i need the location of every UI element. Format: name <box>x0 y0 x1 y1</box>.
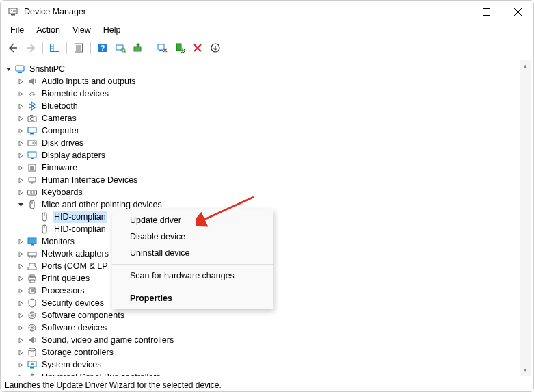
caret-right-icon[interactable] <box>16 151 25 160</box>
enable-device-button[interactable] <box>172 40 188 55</box>
mouse-icon <box>39 224 50 235</box>
menu-view[interactable]: View <box>67 24 96 36</box>
disable-device-button[interactable] <box>154 40 170 55</box>
context-menu-item[interactable]: Update driver <box>112 212 273 228</box>
tree-item-label: Monitors <box>40 235 76 248</box>
svg-rect-8 <box>51 44 59 51</box>
forward-button[interactable] <box>23 40 39 55</box>
port-icon <box>27 261 38 272</box>
tree-item[interactable]: Universal Serial Bus controllers <box>3 371 531 376</box>
mouse-icon <box>27 199 38 210</box>
keyboard-icon <box>27 187 38 198</box>
vertical-scrollbar[interactable]: ▴ ▾ <box>520 60 531 376</box>
window-title: Device Manager <box>24 7 439 16</box>
svg-rect-33 <box>28 127 36 133</box>
tree-item[interactable]: Computer <box>3 125 531 137</box>
computer-icon <box>14 64 25 75</box>
tree-item[interactable]: Storage controllers <box>3 346 531 358</box>
minimize-button[interactable] <box>439 1 470 23</box>
svg-line-76 <box>30 376 32 376</box>
tree-item-label: Cameras <box>40 112 78 125</box>
scroll-up-icon[interactable]: ▴ <box>520 60 531 71</box>
menu-file[interactable]: File <box>5 24 29 36</box>
back-button[interactable] <box>5 40 21 55</box>
tree-item[interactable]: Firmware <box>3 161 531 174</box>
caret-right-icon[interactable] <box>16 138 25 148</box>
help-button[interactable]: ? <box>94 40 111 55</box>
show-hide-tree-button[interactable] <box>46 40 63 55</box>
tree-item[interactable]: Software components <box>3 309 531 322</box>
storage-icon <box>27 347 38 358</box>
context-menu-item[interactable]: Scan for hardware changes <box>112 267 273 284</box>
tree-item[interactable]: Biometric devices <box>3 88 531 100</box>
tree-item-label: Computer <box>40 125 81 137</box>
caret-right-icon[interactable] <box>16 286 25 296</box>
tree-item[interactable]: Software devices <box>3 322 531 334</box>
context-menu-item[interactable]: Disable device <box>112 228 273 245</box>
tree-item[interactable]: Bluetooth <box>3 100 531 112</box>
tree-item[interactable]: Display adapters <box>3 149 531 161</box>
caret-right-icon[interactable] <box>16 126 25 135</box>
tree-item[interactable]: Sound, video and game controllers <box>3 334 531 346</box>
caret-right-icon[interactable] <box>16 249 25 259</box>
status-text: Launches the Update Driver Wizard for th… <box>5 380 222 390</box>
network-icon <box>27 248 38 259</box>
tree-item-label: Keyboards <box>40 186 84 198</box>
caret-right-icon[interactable] <box>16 298 25 308</box>
caret-down-icon[interactable] <box>3 64 13 74</box>
caret-right-icon[interactable] <box>16 175 25 185</box>
caret-right-icon[interactable] <box>16 274 25 283</box>
cpu-icon <box>27 285 38 296</box>
svg-rect-18 <box>116 45 123 50</box>
device-manager-icon <box>8 6 18 17</box>
caret-right-icon[interactable] <box>16 101 25 111</box>
svg-rect-3 <box>13 10 16 12</box>
close-button[interactable] <box>502 1 533 23</box>
caret-right-icon[interactable] <box>16 335 25 345</box>
caret-right-icon[interactable] <box>16 187 25 197</box>
tree-item[interactable]: Disk drives <box>3 137 531 149</box>
caret-right-icon[interactable] <box>16 323 25 332</box>
software-icon <box>27 310 38 321</box>
context-menu-item[interactable]: Properties <box>112 290 273 306</box>
caret-down-icon[interactable] <box>16 200 25 209</box>
tree-root[interactable]: SrishtiPC <box>3 63 531 75</box>
caret-right-icon[interactable] <box>16 261 25 271</box>
caret-right-icon[interactable] <box>16 163 25 172</box>
uninstall-device-button[interactable] <box>189 40 206 55</box>
scan-hardware-button[interactable] <box>112 40 129 55</box>
tree-item-label: Disk drives <box>40 137 85 149</box>
maximize-button[interactable] <box>470 1 502 23</box>
tree-item-label: Network adapters <box>40 248 110 260</box>
caret-right-icon[interactable] <box>16 372 25 376</box>
menu-help[interactable]: Help <box>98 24 126 36</box>
tree-item[interactable]: Audio inputs and outputs <box>3 75 531 88</box>
svg-rect-23 <box>158 44 164 49</box>
tree-item[interactable]: Human Interface Devices <box>3 174 531 186</box>
remove-device-button[interactable] <box>207 40 224 55</box>
printer-icon <box>27 273 38 284</box>
menu-action[interactable]: Action <box>31 24 66 36</box>
svg-point-70 <box>29 348 36 351</box>
caret-right-icon[interactable] <box>16 237 25 246</box>
firmware-icon <box>27 162 38 173</box>
context-menu-item[interactable]: Uninstall device <box>112 245 273 261</box>
hid-icon <box>27 174 38 185</box>
caret-right-icon[interactable] <box>16 77 25 86</box>
scroll-down-icon[interactable]: ▾ <box>520 365 531 376</box>
svg-rect-39 <box>31 158 34 159</box>
tree-item[interactable]: Keyboards <box>3 186 531 198</box>
software-icon <box>27 322 38 333</box>
caret-right-icon[interactable] <box>16 89 25 99</box>
caret-right-icon[interactable] <box>16 360 25 369</box>
update-driver-button[interactable] <box>130 40 146 55</box>
tree-item[interactable]: Cameras <box>3 112 531 125</box>
tree-item[interactable]: System devices <box>3 358 531 371</box>
caret-right-icon[interactable] <box>16 348 25 357</box>
caret-right-icon[interactable] <box>16 114 25 123</box>
tree-item-label: Human Interface Devices <box>40 174 139 186</box>
svg-rect-41 <box>30 166 34 170</box>
svg-rect-53 <box>28 238 36 244</box>
properties-button[interactable] <box>70 40 87 55</box>
caret-right-icon[interactable] <box>16 311 25 320</box>
